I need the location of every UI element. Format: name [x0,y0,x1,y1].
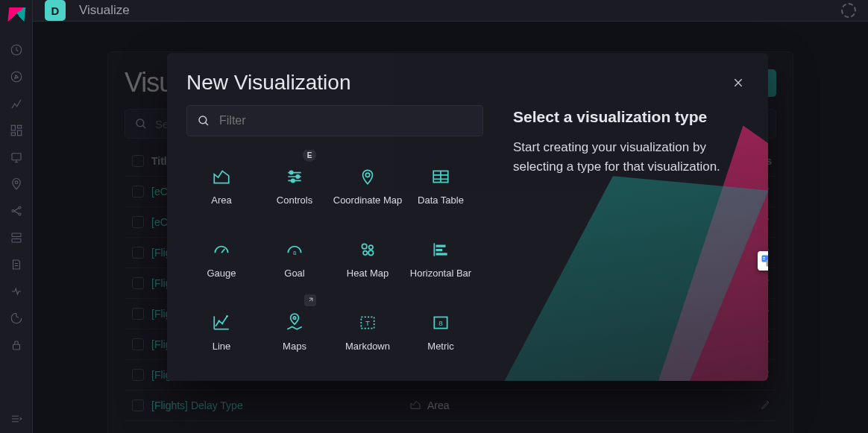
viz-type-line[interactable]: Line [186,296,257,364]
svg-rect-37 [436,249,443,251]
nav-maps-icon[interactable] [10,177,23,191]
nav-canvas-icon[interactable] [10,151,23,164]
controls-icon [285,166,304,187]
hbar-icon [431,239,450,260]
nav-apm-icon[interactable] [10,285,23,298]
svg-point-41 [226,315,228,317]
viz-type-heat-map[interactable]: Heat Map [333,223,403,291]
svg-text:8: 8 [438,319,442,327]
breadcrumb[interactable]: Visualize [79,3,130,18]
svg-rect-5 [11,133,15,136]
svg-point-27 [296,175,299,178]
svg-rect-38 [436,253,447,255]
viz-type-grid: AreaEControlsCoordinate MapData TableGau… [186,150,476,364]
viz-type-coordinate-map[interactable]: Coordinate Map [333,150,403,218]
svg-point-34 [363,251,367,255]
nav-collapse-icon[interactable] [10,412,23,426]
kibana-logo-icon[interactable] [7,7,25,27]
svg-point-8 [12,210,14,212]
svg-rect-2 [11,125,15,130]
svg-text:T: T [365,319,370,327]
viz-type-label: Data Table [418,195,464,206]
news-feed-icon[interactable] [841,3,856,18]
svg-point-40 [221,323,224,325]
svg-text:8: 8 [293,249,296,256]
svg-point-32 [362,244,367,249]
line-icon [212,312,231,333]
topbar: D Visualize [33,0,868,22]
gauge-icon [212,239,231,260]
nav-dashboard-icon[interactable] [10,124,23,137]
svg-rect-36 [436,244,446,247]
viz-type-label: Line [213,341,231,353]
viz-type-label: Controls [277,195,312,206]
viz-type-area[interactable]: Area [186,150,257,218]
viz-type-label: Goal [284,268,304,279]
svg-point-7 [15,181,18,184]
svg-point-25 [199,116,207,124]
nav-logs-icon[interactable] [10,258,23,271]
modal-subheading: Select a visualization type [513,108,749,126]
nav-security-icon[interactable] [10,338,23,352]
svg-rect-3 [17,125,21,128]
nav-infra-icon[interactable] [10,231,23,244]
viz-type-gauge[interactable]: Gauge [186,223,257,291]
google-translate-icon[interactable]: A [758,251,768,271]
area-icon [212,166,231,187]
viz-type-label: Markdown [345,341,390,353]
modal-description: Start creating your visualization by sel… [513,138,737,177]
global-sidenav [0,0,33,433]
svg-point-29 [365,173,369,177]
new-visualization-modal: New Visualization AreaEControlsCoordinat… [167,53,768,381]
viz-type-horizontal-bar[interactable]: Horizontal Bar [406,223,476,291]
viz-type-data-table[interactable]: Data Table [406,150,476,218]
viz-type-filter[interactable] [186,105,483,136]
markdown-icon: T [358,312,377,333]
svg-point-10 [19,213,21,215]
heatmap-icon [358,239,377,260]
viz-type-controls[interactable]: EControls [260,150,330,218]
viz-type-label: Heat Map [347,268,389,279]
pin-icon [358,166,377,187]
svg-point-33 [369,245,373,249]
svg-point-1 [11,72,22,82]
viz-type-goal[interactable]: 8Goal [260,223,330,291]
svg-rect-13 [13,344,19,350]
viz-type-markdown[interactable]: TMarkdown [333,296,403,364]
svg-point-9 [19,206,21,209]
svg-rect-4 [17,130,21,136]
filter-input[interactable] [219,114,473,127]
nav-recent-icon[interactable] [10,43,23,57]
svg-point-42 [293,317,295,319]
experimental-badge: E [303,150,316,162]
search-icon [197,114,210,127]
viz-type-label: Horizontal Bar [410,268,471,279]
goal-icon: 8 [285,239,304,260]
external-link-icon [304,294,316,306]
svg-rect-48 [767,260,769,267]
viz-type-label: Area [211,195,231,206]
viz-type-label: Coordinate Map [333,195,403,206]
nav-uptime-icon[interactable] [10,312,23,325]
svg-rect-12 [12,239,21,243]
table-icon [431,166,450,187]
viz-type-metric[interactable]: 8Metric [406,296,476,364]
svg-point-26 [290,171,293,174]
modal-title: New Visualization [186,71,351,95]
viz-type-label: Gauge [207,268,236,279]
maps-icon [285,312,304,333]
metric-icon: 8 [431,312,450,333]
nav-visualize-icon[interactable] [10,97,23,110]
svg-point-35 [368,250,374,256]
viz-type-label: Maps [283,341,306,353]
close-icon[interactable] [728,72,749,93]
svg-rect-11 [12,233,21,237]
svg-rect-6 [12,154,21,160]
nav-discover-icon[interactable] [10,70,23,83]
viz-type-label: Metric [427,341,453,353]
space-selector[interactable]: D [45,0,66,21]
viz-type-maps[interactable]: Maps [260,296,330,364]
svg-point-39 [218,320,220,322]
svg-point-28 [292,179,295,182]
nav-ml-icon[interactable] [10,204,23,218]
